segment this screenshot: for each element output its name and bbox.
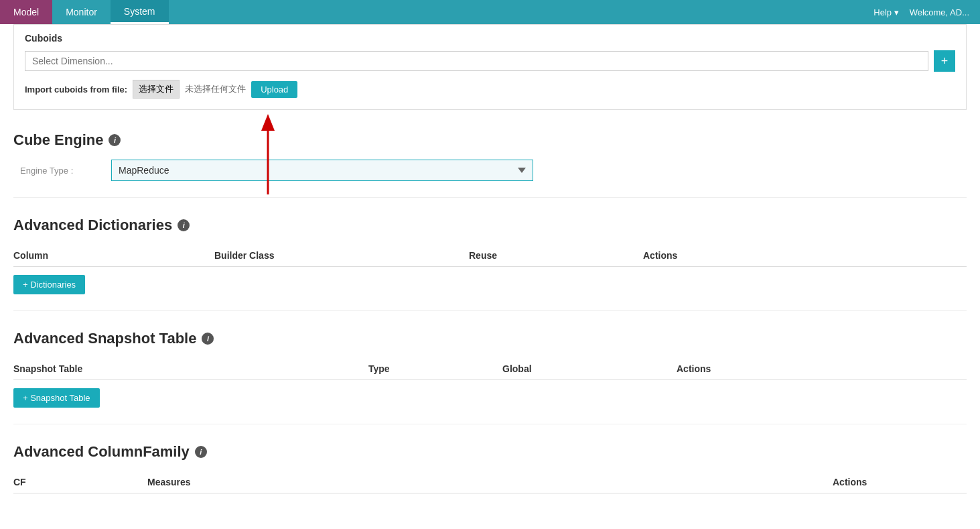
engine-type-select[interactable]: MapReduce Spark Flink xyxy=(111,160,533,181)
nav-system[interactable]: System xyxy=(111,0,169,24)
add-snapshot-table-button[interactable]: + Snapshot Table xyxy=(13,388,100,408)
advanced-column-family-title: Advanced ColumnFamily xyxy=(13,443,190,461)
divider-2 xyxy=(13,310,967,311)
divider-3 xyxy=(13,424,967,424)
cuboids-section: Cuboids + Import cuboids from file: 选择文件… xyxy=(13,24,967,110)
advanced-snapshot-table-title: Advanced Snapshot Table xyxy=(13,330,196,347)
snapshot-header-name: Snapshot Table xyxy=(13,363,368,374)
advanced-snapshot-table-header: Advanced Snapshot Table i xyxy=(13,325,967,347)
snapshot-header-actions: Actions xyxy=(677,363,967,374)
welcome-text: Welcome, AD... xyxy=(910,7,969,17)
advanced-column-family-info-icon[interactable]: i xyxy=(195,446,207,458)
advanced-dictionaries-info-icon[interactable]: i xyxy=(178,219,190,231)
cf-header-measures: Measures xyxy=(147,477,833,487)
dict-header-reuse: Reuse xyxy=(469,250,643,261)
cube-engine-header: Cube Engine i xyxy=(13,126,967,149)
advanced-dictionaries-title: Advanced Dictionaries xyxy=(13,217,172,234)
top-navigation: Model Monitor System Help ▾ Welcome, AD.… xyxy=(0,0,980,24)
engine-type-label: Engine Type : xyxy=(20,166,100,176)
snapshot-table-header: Snapshot Table Type Global Actions xyxy=(13,358,967,380)
add-dictionaries-button[interactable]: + Dictionaries xyxy=(13,275,85,294)
dict-header-builder: Builder Class xyxy=(214,250,469,261)
engine-type-row: Engine Type : MapReduce Spark Flink xyxy=(13,160,967,181)
divider-1 xyxy=(13,197,967,198)
dict-header-column: Column xyxy=(13,250,214,261)
advanced-column-family-section: Advanced ColumnFamily i CF Measures Acti… xyxy=(13,438,967,493)
upload-button[interactable]: Upload xyxy=(251,81,297,98)
advanced-column-family-header: Advanced ColumnFamily i xyxy=(13,438,967,461)
nav-monitor[interactable]: Monitor xyxy=(52,0,111,24)
advanced-snapshot-table-info-icon[interactable]: i xyxy=(202,333,214,345)
column-family-table-header: CF Measures Actions xyxy=(13,471,967,493)
advanced-snapshot-table-section: Advanced Snapshot Table i Snapshot Table… xyxy=(13,325,967,408)
select-dimension-input[interactable] xyxy=(25,51,928,71)
no-file-text: 未选择任何文件 xyxy=(185,83,246,95)
cf-header-actions: Actions xyxy=(833,477,967,487)
cuboids-label: Cuboids xyxy=(25,33,955,44)
cf-header-cf: CF xyxy=(13,477,147,487)
cube-engine-title: Cube Engine xyxy=(13,131,103,149)
import-label: Import cuboids from file: xyxy=(25,84,127,95)
advanced-dictionaries-header: Advanced Dictionaries i xyxy=(13,211,967,234)
nav-model[interactable]: Model xyxy=(0,0,52,24)
import-row: Import cuboids from file: 选择文件 未选择任何文件 U… xyxy=(25,80,955,99)
advanced-dictionaries-section: Advanced Dictionaries i Column Builder C… xyxy=(13,211,967,294)
snapshot-header-global: Global xyxy=(502,363,677,374)
snapshot-header-type: Type xyxy=(368,363,502,374)
dict-header-actions: Actions xyxy=(643,250,967,261)
red-arrow-svg xyxy=(248,107,288,201)
add-dimension-button[interactable]: + xyxy=(934,50,955,72)
main-content: Cuboids + Import cuboids from file: 选择文件… xyxy=(0,24,980,529)
choose-file-button[interactable]: 选择文件 xyxy=(133,80,180,99)
help-link[interactable]: Help ▾ xyxy=(873,7,898,17)
select-dimension-row: + xyxy=(25,50,955,72)
cube-engine-section: Cube Engine i Engine Type : MapReduce Sp… xyxy=(13,126,967,181)
dictionaries-table-header: Column Builder Class Reuse Actions xyxy=(13,245,967,267)
cube-engine-info-icon[interactable]: i xyxy=(109,134,121,146)
nav-right: Help ▾ Welcome, AD... xyxy=(863,0,980,24)
